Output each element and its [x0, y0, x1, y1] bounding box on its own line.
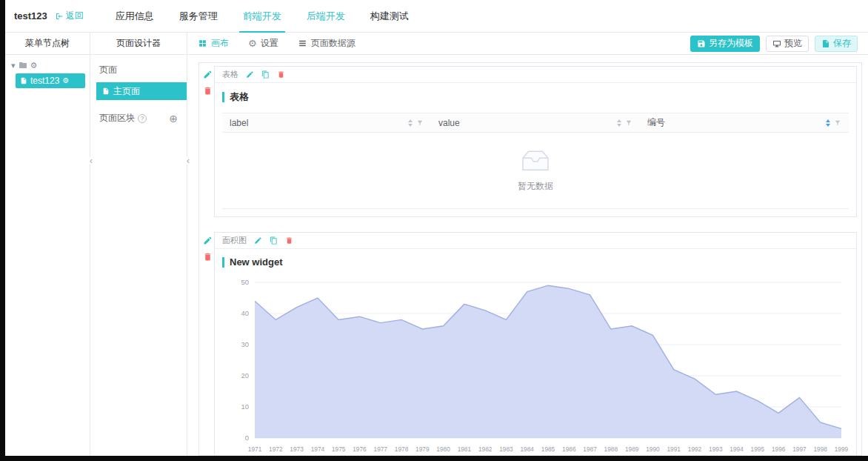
table-widget-body: 表格 label — [215, 83, 856, 216]
svg-text:30: 30 — [241, 340, 249, 348]
datasource-list-icon — [298, 39, 307, 48]
svg-text:1974: 1974 — [311, 445, 325, 453]
edit-icon[interactable] — [254, 236, 262, 245]
copy-icon[interactable] — [270, 236, 278, 245]
svg-text:1989: 1989 — [625, 445, 639, 453]
tab-canvas[interactable]: 画布 — [198, 37, 229, 50]
add-page-block-button[interactable]: ⊕ — [169, 113, 178, 124]
help-icon[interactable]: ? — [138, 114, 147, 123]
collapse-tree-panel[interactable]: ‹ — [90, 157, 93, 165]
table-widget-row: 表格 表格 — [201, 66, 857, 217]
canvas-main: 画布 ⚙ 设置 页面数据源 另存为模板 — [187, 33, 868, 456]
svg-text:1975: 1975 — [332, 445, 346, 453]
delete-widget-icon[interactable] — [203, 86, 213, 96]
canvas-grid-icon — [198, 39, 207, 48]
sort-toggle-value[interactable] — [617, 119, 621, 127]
tree-node-test123[interactable]: test123 ⚙ — [16, 73, 85, 88]
tab-page-datasource[interactable]: 页面数据源 — [298, 37, 355, 50]
preview-monitor-icon — [772, 39, 781, 48]
svg-text:1979: 1979 — [415, 445, 430, 453]
svg-text:1986: 1986 — [562, 445, 576, 453]
collapse-designer-panel[interactable]: ‹ — [187, 157, 190, 165]
file-icon — [20, 77, 27, 84]
nav-tab-app-info[interactable]: 应用信息 — [103, 0, 167, 33]
copy-icon[interactable] — [261, 70, 270, 79]
svg-text:1973: 1973 — [290, 445, 304, 453]
trash-icon[interactable] — [285, 236, 293, 245]
chart-widget-row: 面积图 New widget — [201, 232, 857, 456]
nav-tab-frontend-dev[interactable]: 前端开发 — [230, 0, 294, 33]
page-blocks-row: 页面区块 ? ⊕ — [90, 112, 187, 125]
app-window: test123 返回 应用信息 服务管理 前端开发 后端开发 构建测试 菜单节点… — [5, 0, 868, 456]
page-container: 表格 表格 — [198, 62, 862, 456]
page-item-label: 主页面 — [113, 85, 140, 98]
trash-icon[interactable] — [277, 70, 285, 79]
svg-text:10: 10 — [241, 402, 249, 411]
filter-icon-label[interactable] — [416, 119, 424, 127]
svg-text:1985: 1985 — [541, 445, 555, 453]
table-title-text: 表格 — [230, 90, 249, 104]
back-icon — [55, 12, 64, 21]
save-label: 保存 — [833, 37, 851, 50]
save-template-icon — [697, 39, 706, 48]
svg-text:1976: 1976 — [353, 445, 367, 453]
app-title: test123 — [14, 10, 47, 21]
chart-block-title: New widget — [222, 256, 849, 268]
nav-tab-backend-dev[interactable]: 后端开发 — [294, 0, 358, 33]
save-as-template-label: 另存为模板 — [709, 37, 753, 50]
svg-text:40: 40 — [241, 309, 249, 317]
svg-text:1980: 1980 — [436, 445, 450, 453]
svg-text:1998: 1998 — [813, 445, 827, 453]
area-chart: 0102030405019711972197319741975197619771… — [222, 276, 849, 456]
edit-widget-icon[interactable] — [203, 236, 213, 245]
svg-text:1988: 1988 — [604, 445, 618, 453]
column-number-tools — [826, 119, 841, 127]
root-gear-icon[interactable]: ⚙ — [30, 62, 38, 70]
main-nav: 应用信息 服务管理 前端开发 后端开发 构建测试 — [103, 0, 421, 33]
tree-expand-icon[interactable]: ▾ — [11, 62, 16, 70]
page-designer-panel: 页面设计器 页面 主页面 页面区块 ? ⊕ ‹ — [90, 33, 187, 456]
save-as-template-button[interactable]: 另存为模板 — [690, 36, 760, 52]
column-label-text: label — [230, 118, 248, 128]
save-icon — [821, 39, 830, 48]
svg-text:1991: 1991 — [667, 445, 681, 453]
svg-text:1981: 1981 — [458, 445, 472, 453]
preview-button[interactable]: 预览 — [766, 36, 809, 52]
title-accent-bar — [222, 92, 224, 102]
back-button[interactable]: 返回 — [55, 10, 84, 22]
column-value-tools — [617, 119, 632, 127]
chart-widget-side-toolbar — [201, 232, 214, 456]
chart-widget-head: 面积图 — [215, 233, 856, 249]
folder-icon — [19, 61, 27, 70]
nav-tab-service-mgmt[interactable]: 服务管理 — [167, 0, 230, 33]
table-widget-name: 表格 — [222, 69, 238, 80]
sort-toggle-label[interactable] — [408, 119, 413, 127]
tab-settings[interactable]: ⚙ 设置 — [248, 37, 278, 50]
filter-icon-number[interactable] — [834, 119, 841, 127]
svg-text:1999: 1999 — [835, 445, 849, 453]
table-block-title: 表格 — [222, 90, 849, 104]
empty-box-icon — [518, 148, 552, 173]
menu-tree-title: 菜单节点树 — [5, 33, 90, 55]
filter-icon-value[interactable] — [625, 119, 632, 127]
body-row: 菜单节点树 ▾ ⚙ test123 ⚙ ‹ 页面设计 — [5, 33, 868, 456]
nav-tab-build-test[interactable]: 构建测试 — [358, 0, 421, 33]
svg-text:50: 50 — [241, 278, 249, 286]
node-gear-icon[interactable]: ⚙ — [62, 77, 69, 84]
svg-text:1993: 1993 — [709, 445, 723, 453]
chart-widget[interactable]: 面积图 New widget — [214, 232, 857, 456]
page-item-main[interactable]: 主页面 — [96, 82, 187, 100]
save-button[interactable]: 保存 — [815, 36, 858, 52]
desktop-background: test123 返回 应用信息 服务管理 前端开发 后端开发 构建测试 菜单节点… — [0, 0, 868, 461]
chart-widget-body: New widget 01020304050197119721973197419… — [215, 249, 856, 456]
edit-widget-icon[interactable] — [203, 70, 213, 79]
tab-page-datasource-label: 页面数据源 — [311, 37, 355, 50]
menu-tree-panel: 菜单节点树 ▾ ⚙ test123 ⚙ ‹ — [5, 33, 90, 456]
edit-icon[interactable] — [246, 70, 254, 79]
table-widget[interactable]: 表格 表格 — [214, 66, 857, 217]
delete-widget-icon[interactable] — [203, 252, 213, 262]
sort-toggle-number[interactable] — [826, 119, 830, 127]
tree-root-row[interactable]: ▾ ⚙ — [10, 61, 85, 70]
back-label: 返回 — [66, 10, 84, 22]
chart-title-text: New widget — [230, 256, 283, 268]
